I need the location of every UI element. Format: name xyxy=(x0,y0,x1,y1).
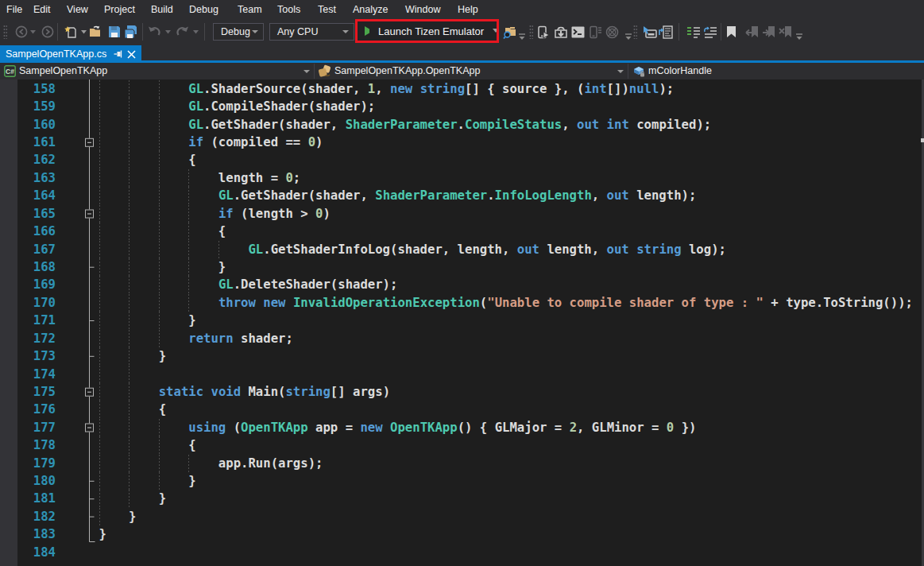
launch-tizen-emulator-button[interactable]: Launch Tizen Emulator xyxy=(378,25,484,37)
menu-window[interactable]: Window xyxy=(405,0,440,19)
code-line-171[interactable]: 171 } xyxy=(0,312,924,329)
code-line-163[interactable]: 163 length = 0; xyxy=(0,169,924,187)
code-line-158[interactable]: 158 GL.ShaderSource(shader, 1, new strin… xyxy=(0,80,924,98)
chevron-down-icon[interactable] xyxy=(192,19,199,45)
pin-icon[interactable] xyxy=(114,49,123,59)
code-text: } xyxy=(99,508,137,525)
field-icon xyxy=(632,65,645,81)
go-to-definition-icon[interactable] xyxy=(659,19,673,45)
find-in-files-icon[interactable] xyxy=(503,19,517,45)
next-bookmark-icon[interactable] xyxy=(762,19,775,45)
line-number: 171 xyxy=(0,312,56,329)
line-number: 168 xyxy=(0,258,56,276)
menu-view[interactable]: View xyxy=(67,0,88,19)
toolbar-grip[interactable] xyxy=(633,25,637,39)
menu-file[interactable]: File xyxy=(6,0,22,19)
solution-configuration-dropdown[interactable]: Debug xyxy=(213,23,264,41)
code-editor[interactable]: 158 GL.ShaderSource(shader, 1, new strin… xyxy=(0,79,924,566)
clear-bookmarks-icon[interactable] xyxy=(779,19,792,45)
undo-icon[interactable] xyxy=(148,19,162,45)
toolbar-grip[interactable] xyxy=(3,25,7,39)
solution-platform-dropdown[interactable]: Any CPU xyxy=(269,23,354,41)
menu-analyze[interactable]: Analyze xyxy=(353,0,388,19)
toolbar-options-icon[interactable] xyxy=(795,19,803,45)
save-icon[interactable] xyxy=(108,19,121,45)
nav-forward-icon[interactable] xyxy=(41,19,54,45)
save-all-icon[interactable] xyxy=(124,19,138,45)
divider xyxy=(314,64,315,79)
certificate-icon[interactable] xyxy=(605,19,619,45)
code-text: } xyxy=(99,347,167,365)
code-line-180[interactable]: 180 } xyxy=(0,472,924,490)
chevron-down-icon[interactable] xyxy=(303,70,310,73)
code-line-184[interactable]: 184 xyxy=(0,544,924,561)
uncomment-lines-icon[interactable] xyxy=(703,19,717,45)
code-text: static void Main(string[] args) xyxy=(99,383,391,401)
nav-back-icon[interactable] xyxy=(15,19,28,45)
project-dropdown[interactable]: SampelOpenTKApp xyxy=(19,63,107,79)
code-line-160[interactable]: 160 GL.GetShader(shader, ShaderParameter… xyxy=(0,116,924,134)
code-line-167[interactable]: 167 GL.GetShaderInfoLog(shader, length, … xyxy=(0,241,924,258)
code-line-166[interactable]: 166 { xyxy=(0,223,924,240)
close-icon[interactable] xyxy=(127,50,136,59)
chevron-down-icon[interactable] xyxy=(29,19,37,45)
prev-bookmark-icon[interactable] xyxy=(745,19,759,45)
code-line-183[interactable]: 183} xyxy=(0,525,924,543)
menu-project[interactable]: Project xyxy=(104,0,135,19)
code-line-172[interactable]: 172 return shader; xyxy=(0,330,924,347)
chevron-down-icon[interactable] xyxy=(617,70,624,73)
code-line-176[interactable]: 176 { xyxy=(0,401,924,418)
menu-team[interactable]: Team xyxy=(238,0,262,19)
code-text: GL.GetShader(shader, ShaderParameter.Inf… xyxy=(99,187,697,204)
code-line-174[interactable]: 174 xyxy=(0,366,924,383)
code-line-177[interactable]: 177 using (OpenTKApp app = new OpenTKApp… xyxy=(0,419,924,436)
launch-emulator-icon[interactable] xyxy=(537,19,550,45)
new-file-icon[interactable] xyxy=(64,19,78,45)
type-dropdown[interactable]: SampelOpenTKApp.OpenTKApp xyxy=(334,63,480,79)
code-line-159[interactable]: 159 GL.CompileShader(shader); xyxy=(0,98,924,115)
code-line-173[interactable]: 173 } xyxy=(0,347,924,365)
code-line-169[interactable]: 169 GL.DeleteShader(shader); xyxy=(0,276,924,293)
code-line-170[interactable]: 170 throw new InvalidOperationException(… xyxy=(0,294,924,312)
toolbar-separator xyxy=(57,23,58,41)
solution-configuration-value: Debug xyxy=(221,26,250,37)
chevron-down-icon[interactable] xyxy=(164,19,172,45)
class-icon xyxy=(318,64,331,81)
code-line-162[interactable]: 162 { xyxy=(0,151,924,169)
comment-lines-icon[interactable] xyxy=(686,19,701,45)
menu-debug[interactable]: Debug xyxy=(189,0,218,19)
code-line-165[interactable]: 165 if (length > 0) xyxy=(0,205,924,223)
launch-tizen-emulator-annotation: Launch Tizen Emulator xyxy=(355,19,499,43)
open-file-icon[interactable] xyxy=(89,19,103,45)
sdb-console-icon[interactable] xyxy=(571,19,585,45)
toolbar-options-icon[interactable] xyxy=(518,19,526,45)
toolbar-options-icon[interactable] xyxy=(624,19,632,45)
redo-icon[interactable] xyxy=(175,19,189,45)
navigation-bar: C# SampelOpenTKApp SampelOpenTKApp.OpenT… xyxy=(0,63,924,79)
line-number: 166 xyxy=(0,223,56,240)
code-line-181[interactable]: 181 } xyxy=(0,490,924,507)
menu-edit[interactable]: Edit xyxy=(33,0,51,19)
code-line-182[interactable]: 182 } xyxy=(0,508,924,525)
code-line-175[interactable]: 175 static void Main(string[] args) xyxy=(0,383,924,401)
code-line-178[interactable]: 178 { xyxy=(0,436,924,454)
code-line-168[interactable]: 168 } xyxy=(0,258,924,276)
run-icon[interactable] xyxy=(364,25,369,37)
install-package-icon[interactable] xyxy=(554,19,568,45)
device-manager-icon[interactable] xyxy=(589,19,602,45)
code-line-179[interactable]: 179 app.Run(args); xyxy=(0,455,924,472)
code-line-164[interactable]: 164 GL.GetShader(shader, ShaderParameter… xyxy=(0,187,924,204)
toolbar-grip[interactable] xyxy=(529,25,533,39)
menu-tools[interactable]: Tools xyxy=(277,0,300,19)
menu-bar: FileEditViewProjectBuildDebugTeamToolsTe… xyxy=(0,0,924,19)
outlining-margin[interactable] xyxy=(83,79,100,566)
menu-test[interactable]: Test xyxy=(318,0,336,19)
chevron-down-icon[interactable] xyxy=(80,19,87,45)
code-line-161[interactable]: 161 if (compiled == 0) xyxy=(0,134,924,151)
navigate-to-icon[interactable] xyxy=(643,19,657,45)
menu-build[interactable]: Build xyxy=(151,0,173,19)
chevron-down-icon[interactable] xyxy=(492,28,497,34)
bookmark-icon[interactable] xyxy=(726,19,736,45)
menu-help[interactable]: Help xyxy=(458,0,478,19)
member-dropdown[interactable]: mColorHandle xyxy=(648,63,712,79)
